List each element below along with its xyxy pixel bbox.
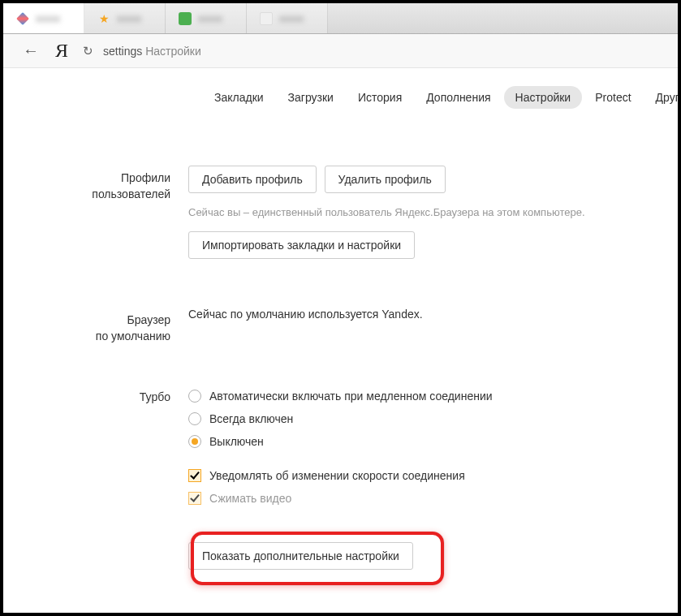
checkbox-label: Сжимать видео [209,492,291,505]
profile-hint-text: Сейчас вы – единственный пользователь Ян… [188,206,678,218]
turbo-radio-always[interactable]: Всегда включен [188,407,678,430]
nav-tab-addons[interactable]: Дополнения [415,86,502,109]
nav-tab-history[interactable]: История [347,86,413,109]
section-profiles: Профили пользователей Добавить профиль У… [3,166,678,267]
add-profile-button[interactable]: Добавить профиль [188,166,317,193]
checkbox-icon [188,492,201,505]
checkbox-icon [188,469,201,482]
default-browser-text: Сейчас по умолчанию используется Yandex. [188,308,678,321]
nav-tab-protect[interactable]: Protect [584,86,642,109]
tab-title: xxxxx [198,13,222,24]
tab-favicon-icon: ★ [97,12,110,25]
show-advanced-settings-button[interactable]: Показать дополнительные настройки [188,542,413,570]
radio-icon [188,390,201,403]
section-default-browser: Браузер по умолчанию Сейчас по умолчанию… [3,308,678,344]
tab-title: xxxxx [117,13,141,24]
radio-icon [188,435,201,448]
section-turbo: Турбо Автоматически включать при медленн… [3,385,678,510]
settings-nav: Закладки Загрузки История Дополнения Нас… [3,68,678,109]
browser-tab[interactable]: xxxxx [247,3,328,33]
browser-tab[interactable]: xxxxx [3,3,84,33]
tab-title: xxxxx [279,13,304,24]
browser-tab[interactable]: ★ xxxxx [84,3,166,33]
section-label: Профили пользователей [3,166,188,267]
delete-profile-button[interactable]: Удалить профиль [325,166,446,193]
turbo-check-compress[interactable]: Сжимать видео [188,487,678,510]
tab-title: xxxxx [36,13,60,24]
radio-label: Автоматически включать при медленном сое… [209,390,493,403]
radio-icon [188,412,201,425]
turbo-radio-off[interactable]: Выключен [188,430,678,453]
section-advanced: Показать дополнительные настройки [3,542,678,578]
section-label: Браузер по умолчанию [3,308,188,344]
address-bar: ← Я ↻ settings Настройки [3,34,678,68]
yandex-logo-icon[interactable]: Я [47,40,76,62]
nav-tab-bookmarks[interactable]: Закладки [203,86,275,109]
url-key: settings [103,45,142,58]
tab-favicon-icon [179,12,192,25]
browser-tab[interactable]: xxxxx [166,3,247,33]
turbo-radio-auto[interactable]: Автоматически включать при медленном сое… [188,385,678,407]
nav-tab-other-devices[interactable]: Другие устро [644,86,678,109]
url-display[interactable]: settings Настройки [100,45,201,58]
turbo-check-notify[interactable]: Уведомлять об изменении скорости соедине… [188,464,678,487]
nav-tab-settings[interactable]: Настройки [504,86,583,109]
back-arrow-icon[interactable]: ← [15,41,47,60]
tab-favicon-icon [16,12,29,25]
section-label: Турбо [3,385,188,510]
url-rest: Настройки [145,45,201,58]
radio-label: Всегда включен [209,412,293,425]
tab-bar: xxxxx ★ xxxxx xxxxx xxxxx [3,3,678,34]
import-bookmarks-button[interactable]: Импортировать закладки и настройки [188,231,415,259]
radio-label: Выключен [209,435,264,448]
tab-favicon-icon [260,12,273,25]
reload-icon[interactable]: ↻ [76,44,100,58]
checkbox-label: Уведомлять об изменении скорости соедине… [209,469,465,482]
nav-tab-downloads[interactable]: Загрузки [277,86,345,109]
content-area: Закладки Загрузки История Дополнения Нас… [3,68,678,613]
